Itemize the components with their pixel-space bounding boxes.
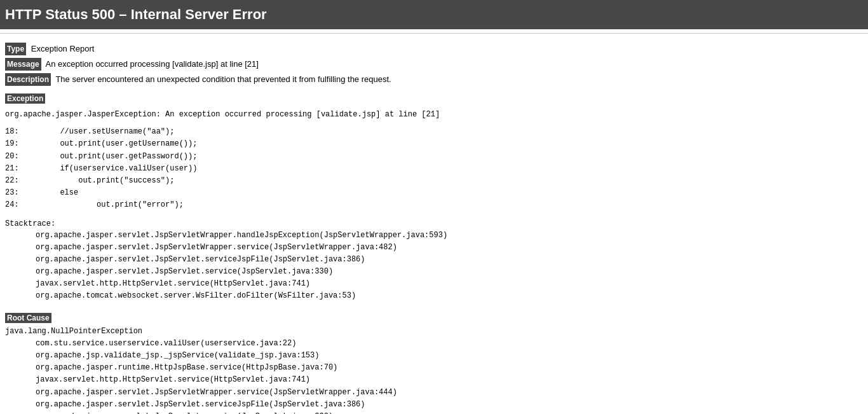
root-cause-label: Root Cause [5, 313, 51, 323]
type-row: Type Exception Report [5, 43, 863, 55]
root-cause-section: Root Cause java.lang.NullPointerExceptio… [5, 308, 863, 414]
type-label: Type [5, 43, 26, 55]
code-lines: 18: //user.setUsername("aa"); 19: out.pr… [5, 123, 863, 214]
exception-message: org.apache.jasper.JasperException: An ex… [5, 106, 863, 123]
stacktrace-lines: org.apache.jasper.servlet.JspServletWrap… [5, 230, 863, 303]
description-row: Description The server encountered an un… [5, 73, 863, 86]
message-label: Message [5, 58, 41, 71]
stacktrace-label: Stacktrace: [5, 219, 863, 228]
message-value: An exception occurred processing [valida… [46, 59, 259, 69]
message-row: Message An exception occurred processing… [5, 58, 863, 71]
exception-label: Exception [5, 93, 45, 104]
description-label: Description [5, 73, 51, 86]
description-value: The server encountered an unexpected con… [55, 74, 391, 84]
root-cause-exception: java.lang.NullPointerException [5, 326, 863, 338]
page-title: HTTP Status 500 – Internal Server Error [0, 0, 868, 29]
exception-section: Exception org.apache.jasper.JasperExcept… [5, 88, 863, 303]
root-cause-stack: com.stu.service.userservice.valiUser(use… [5, 338, 863, 414]
divider-top [0, 33, 868, 34]
page-container: HTTP Status 500 – Internal Server Error … [0, 0, 868, 414]
content-area: Type Exception Report Message An excepti… [0, 38, 868, 414]
type-value: Exception Report [31, 44, 95, 53]
